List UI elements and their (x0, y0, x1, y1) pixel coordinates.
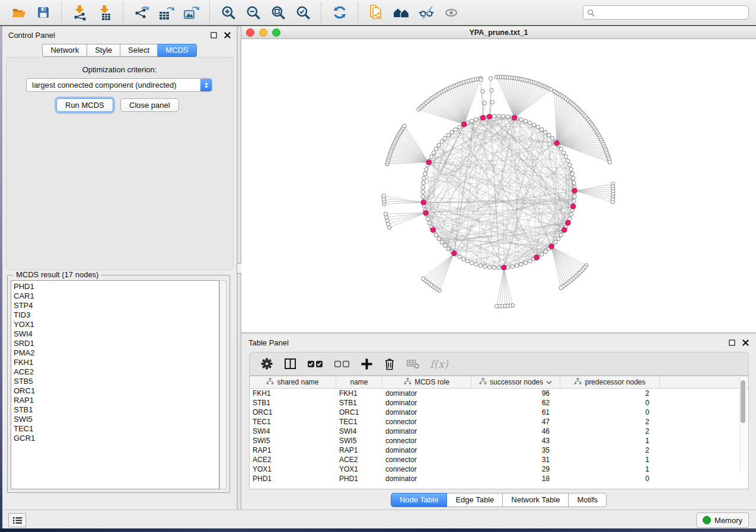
column-header-predecessor-nodes[interactable]: predecessor nodes (560, 376, 660, 388)
network-canvas[interactable] (241, 39, 756, 333)
column-header-name[interactable]: name (336, 376, 382, 388)
node-table: shared namenameMCDS rolesuccessor nodesp… (249, 376, 749, 489)
memory-button[interactable]: Memory (696, 512, 749, 528)
zoom-out-icon[interactable] (242, 3, 264, 22)
status-bar: Memory (2, 509, 756, 528)
mcds-result-item[interactable]: SWI4 (14, 329, 219, 339)
mcds-result-item[interactable]: STB1 (14, 405, 219, 415)
mcds-result-item[interactable]: PMA2 (14, 348, 219, 358)
table-row[interactable]: TEC1TEC1connector472 (250, 417, 748, 427)
table-cell: SWI4 (250, 427, 336, 436)
float-panel-icon[interactable] (210, 32, 217, 39)
table-row[interactable]: SWI5SWI5connector431 (250, 436, 748, 446)
mcds-result-item[interactable]: TEC1 (14, 424, 219, 434)
mcds-result-item[interactable]: FKH1 (14, 358, 219, 367)
tab-edge-table[interactable]: Edge Table (447, 493, 503, 507)
table-cell: FKH1 (336, 389, 382, 398)
table-cell: PHD1 (336, 474, 382, 483)
import-network-icon[interactable] (69, 3, 91, 22)
table-row[interactable]: ACE2ACE2connector311 (250, 455, 748, 464)
export-image-icon[interactable] (180, 3, 203, 22)
table-row[interactable]: YOX1YOX1connector291 (250, 464, 748, 474)
mcds-result-item[interactable]: YOX1 (14, 320, 219, 329)
mcds-list-scrollbar[interactable] (219, 280, 227, 489)
import-table-icon[interactable] (94, 3, 116, 22)
tab-select[interactable]: Select (120, 44, 158, 57)
table-row[interactable]: PHD1PHD1dominator180 (250, 474, 748, 483)
table-row[interactable]: RAP1RAP1dominator352 (250, 446, 748, 455)
export-table-icon[interactable] (155, 3, 178, 22)
table-cell: STB1 (336, 398, 382, 408)
toolbar-separator (123, 2, 124, 23)
table-cell: STB1 (250, 398, 336, 408)
table-row[interactable]: FKH1FKH1dominator962 (250, 389, 748, 398)
mcds-result-item[interactable]: STB5 (14, 377, 219, 386)
select-all-checkboxes-icon[interactable] (307, 359, 324, 369)
export-network-icon[interactable] (130, 3, 153, 22)
close-panel-icon[interactable] (224, 32, 231, 39)
mcds-result-item[interactable]: ACE2 (14, 367, 219, 377)
mcds-result-item[interactable]: GCR1 (14, 434, 219, 443)
zoom-in-icon[interactable] (217, 3, 240, 22)
mcds-result-item[interactable]: STP4 (14, 301, 219, 310)
table-cell: 2 (560, 417, 660, 427)
optimization-criterion-select[interactable]: largest connected component (undirected) (26, 78, 212, 92)
mcds-result-item[interactable]: SWI5 (14, 415, 219, 424)
mcds-result-item[interactable]: TID3 (14, 310, 219, 320)
zoom-fit-icon[interactable] (267, 3, 289, 22)
mcds-result-item[interactable]: SRD1 (14, 339, 219, 348)
delete-column-icon[interactable] (383, 357, 396, 371)
float-panel-icon[interactable] (729, 339, 735, 346)
share-document-icon[interactable] (365, 3, 388, 22)
zoom-selected-icon[interactable] (292, 3, 314, 22)
tab-network[interactable]: Network (42, 44, 87, 57)
table-cell: 35 (471, 446, 560, 455)
tab-node-table[interactable]: Node Table (391, 493, 448, 507)
table-scrollbar[interactable] (739, 377, 747, 472)
table-cell: dominator (382, 474, 471, 483)
column-header-successor-nodes[interactable]: successor nodes (471, 376, 560, 388)
table-row[interactable]: ORC1ORC1dominator610 (250, 408, 748, 417)
delete-table-icon[interactable] (406, 358, 420, 370)
tab-motifs[interactable]: Motifs (569, 493, 607, 507)
mcds-result-item[interactable]: CAR1 (14, 291, 219, 301)
search-field[interactable] (583, 5, 749, 20)
column-header-label: shared name (277, 378, 318, 386)
mcds-result-item[interactable]: ORC1 (14, 386, 219, 396)
table-cell: 2 (560, 389, 660, 398)
show-eye-icon[interactable] (440, 3, 462, 22)
mcds-result-list[interactable]: PHD1CAR1STP4TID3YOX1SWI4SRD1PMA2FKH1ACE2… (11, 280, 219, 489)
table-cell: 18 (471, 474, 560, 483)
close-panel-icon[interactable] (742, 339, 749, 346)
mcds-result-item[interactable]: PHD1 (14, 282, 219, 291)
network-home-icon[interactable] (390, 3, 413, 22)
tab-network-table[interactable]: Network Table (503, 493, 569, 507)
search-input[interactable] (597, 7, 745, 18)
split-columns-icon[interactable] (283, 357, 297, 370)
task-list-icon (12, 517, 23, 524)
table-body: FKH1FKH1dominator962STB1STB1dominator620… (250, 389, 748, 483)
table-scrollbar-thumb[interactable] (741, 380, 745, 423)
gear-icon[interactable] (260, 357, 273, 370)
table-cell: YOX1 (336, 464, 382, 474)
refresh-layout-icon[interactable] (328, 3, 351, 22)
mcds-result-item[interactable]: RAP1 (14, 396, 219, 405)
network-window-titlebar[interactable]: YPA_prune.txt_1 (241, 26, 756, 39)
tab-style[interactable]: Style (87, 44, 120, 57)
tab-mcds[interactable]: MCDS (158, 44, 196, 57)
task-history-button[interactable] (8, 513, 26, 527)
toolbar-separator (209, 2, 210, 23)
hide-glasses-icon[interactable] (415, 3, 438, 22)
table-row[interactable]: SWI4SWI4dominator462 (250, 427, 748, 436)
run-mcds-button[interactable]: Run MCDS (56, 98, 113, 112)
column-header-MCDS-role[interactable]: MCDS role (382, 376, 471, 388)
close-panel-button[interactable]: Close panel (120, 98, 179, 112)
add-column-icon[interactable] (361, 358, 373, 370)
deselect-all-checkboxes-icon[interactable] (334, 359, 350, 369)
open-session-icon[interactable] (7, 3, 30, 22)
function-builder-icon[interactable]: f(x) (430, 358, 448, 370)
table-cell: 46 (471, 427, 560, 436)
table-row[interactable]: STB1STB1dominator620 (250, 398, 748, 408)
column-header-shared-name[interactable]: shared name (250, 376, 336, 388)
save-session-icon[interactable] (32, 3, 55, 22)
